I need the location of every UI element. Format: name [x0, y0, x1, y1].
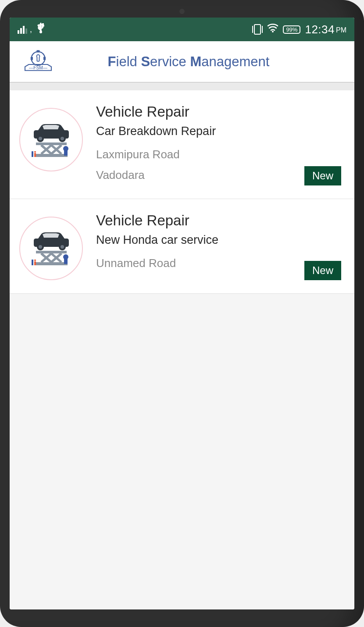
- list-top-gap: [10, 82, 354, 90]
- svg-rect-33: [34, 260, 36, 261]
- svg-point-3: [38, 25, 40, 27]
- status-badge-new[interactable]: New: [304, 261, 341, 280]
- item-title: Vehicle Repair: [96, 212, 341, 229]
- status-right: 99% 12:34PM: [252, 23, 346, 36]
- svg-rect-31: [32, 260, 33, 265]
- item-subtitle: New Honda car service: [96, 233, 341, 247]
- service-list-item[interactable]: Vehicle Repair Car Breakdown Repair Laxm…: [10, 90, 354, 199]
- item-subtitle: Car Breakdown Repair: [96, 125, 341, 138]
- tablet-frame: ,: [0, 0, 364, 627]
- svg-rect-28: [35, 262, 68, 265]
- signal-separator: ,: [30, 25, 32, 34]
- svg-rect-8: [37, 50, 40, 52]
- clock: 12:34PM: [305, 23, 346, 36]
- svg-rect-22: [34, 151, 36, 153]
- vehicle-repair-icon: [19, 217, 83, 280]
- status-left: ,: [18, 22, 45, 36]
- svg-rect-19: [64, 150, 68, 156]
- usb-icon: [36, 22, 45, 36]
- svg-point-15: [61, 137, 64, 140]
- svg-rect-17: [35, 154, 68, 157]
- svg-rect-21: [34, 153, 36, 157]
- clock-time: 12:34: [305, 23, 335, 36]
- signal-icon: [18, 25, 27, 34]
- svg-rect-4: [42, 23, 44, 25]
- status-badge-new[interactable]: New: [304, 166, 341, 185]
- svg-rect-20: [32, 151, 33, 157]
- wifi-icon: [267, 23, 278, 36]
- android-status-bar: ,: [10, 18, 354, 41]
- content-area[interactable]: Vehicle Repair Car Breakdown Repair Laxm…: [10, 82, 354, 609]
- svg-point-26: [61, 245, 64, 249]
- svg-point-24: [39, 245, 42, 249]
- svg-point-5: [272, 31, 274, 32]
- svg-rect-2: [40, 24, 41, 31]
- app-header: —FSM— Field Service Management: [10, 41, 354, 82]
- camera-dot: [179, 9, 185, 14]
- address-line-1: Laxmipura Road: [96, 144, 341, 165]
- svg-point-13: [39, 137, 42, 140]
- svg-rect-32: [34, 261, 36, 265]
- screen: ,: [10, 18, 354, 609]
- app-title: Field Service Management: [32, 54, 346, 70]
- clock-period: PM: [336, 26, 346, 34]
- battery-badge: 99%: [283, 25, 300, 34]
- vibrate-icon: [252, 24, 263, 35]
- svg-rect-30: [64, 259, 68, 264]
- vehicle-repair-icon: [19, 108, 83, 171]
- item-title: Vehicle Repair: [96, 103, 341, 120]
- service-list-item[interactable]: Vehicle Repair New Honda car service Unn…: [10, 199, 354, 294]
